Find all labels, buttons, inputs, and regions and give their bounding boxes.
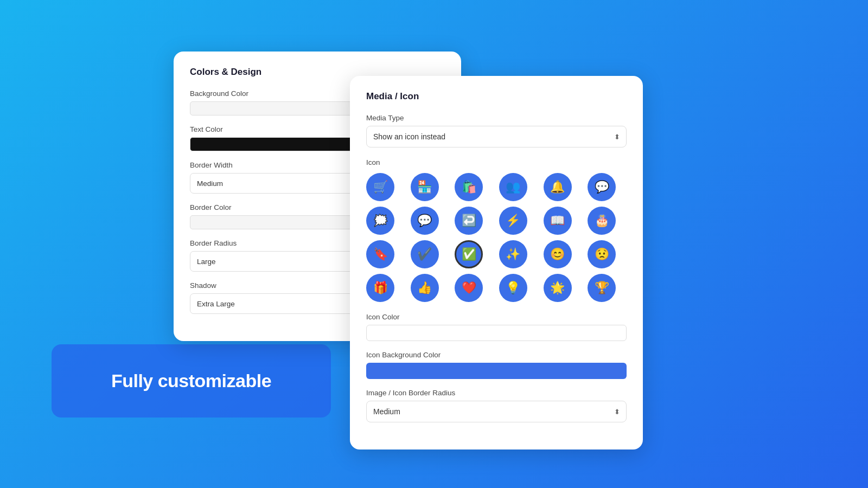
book-icon[interactable]: 📖: [544, 207, 572, 235]
sad-icon[interactable]: 😟: [588, 240, 616, 268]
sparkle-icon[interactable]: ✨: [499, 240, 527, 268]
media-type-select[interactable]: Upload an image Show an icon instead Non…: [366, 126, 627, 147]
icon-bg-color-field: Icon Background Color: [366, 351, 627, 379]
icon-border-radius-field: Image / Icon Border Radius Small Medium …: [366, 389, 627, 422]
people-icon[interactable]: 👥: [499, 173, 527, 201]
trophy-icon[interactable]: 🏆: [588, 274, 616, 302]
media-icon-card: Media / Icon Media Type Upload an image …: [350, 76, 643, 450]
chat-bubble-icon[interactable]: 💬: [588, 173, 616, 201]
speech-icon[interactable]: 💬: [411, 207, 439, 235]
icon-color-label: Icon Color: [366, 313, 627, 321]
checkmark-selected-icon[interactable]: ✅: [455, 240, 483, 268]
bookmark-icon[interactable]: 🔖: [366, 240, 394, 268]
media-type-select-wrap: Upload an image Show an icon instead Non…: [366, 126, 627, 147]
lightning-icon[interactable]: ⚡: [499, 207, 527, 235]
media-type-field: Media Type Upload an image Show an icon …: [366, 114, 627, 147]
icon-border-radius-select[interactable]: Small Medium Large Full: [366, 401, 627, 422]
icon-color-field: Icon Color: [366, 313, 627, 341]
promo-box: Fully customizable: [52, 344, 331, 418]
icon-bg-color-swatch[interactable]: [366, 363, 627, 379]
message-icon[interactable]: 🗯️: [366, 207, 394, 235]
store-icon[interactable]: 🏪: [411, 173, 439, 201]
bag-icon[interactable]: 🛍️: [455, 173, 483, 201]
bell-icon[interactable]: 🔔: [544, 173, 572, 201]
smile-icon[interactable]: 😊: [544, 240, 572, 268]
reply-icon[interactable]: ↩️: [455, 207, 483, 235]
icon-section-label: Icon: [366, 158, 627, 166]
icon-bg-color-label: Icon Background Color: [366, 351, 627, 359]
icon-grid: 🛒 🏪 🛍️ 👥 🔔 💬 🗯️ 💬 ↩️ ⚡ 📖 🎂 🔖 ✔️ ✅ ✨ 😊 😟 …: [366, 173, 627, 302]
promo-text: Fully customizable: [111, 370, 271, 391]
media-type-label: Media Type: [366, 114, 627, 122]
cart-icon[interactable]: 🛒: [366, 173, 394, 201]
gift-icon[interactable]: 🎁: [366, 274, 394, 302]
heart-icon[interactable]: ❤️: [455, 274, 483, 302]
thumbsup-icon[interactable]: 👍: [411, 274, 439, 302]
media-card-title: Media / Icon: [366, 91, 627, 102]
cake-icon[interactable]: 🎂: [588, 207, 616, 235]
icon-border-radius-label: Image / Icon Border Radius: [366, 389, 627, 397]
star-icon[interactable]: 🌟: [544, 274, 572, 302]
check-icon[interactable]: ✔️: [411, 240, 439, 268]
bulb-icon[interactable]: 💡: [499, 274, 527, 302]
icon-color-swatch[interactable]: [366, 325, 627, 341]
